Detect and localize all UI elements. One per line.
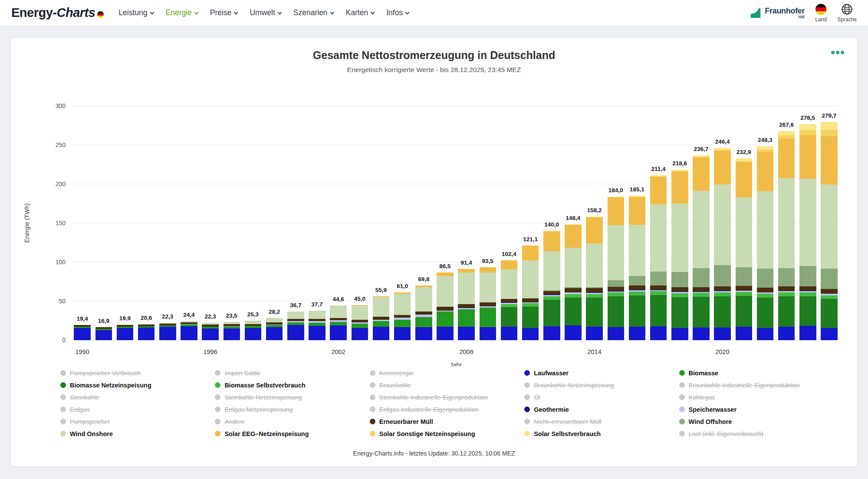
bar-segment[interactable] (736, 327, 752, 340)
bar-segment[interactable] (287, 322, 304, 325)
bar-segment[interactable] (736, 197, 752, 267)
bar-segment[interactable] (266, 325, 283, 325)
bar-segment[interactable] (778, 268, 795, 286)
bar-segment[interactable] (671, 170, 688, 171)
bar-segment[interactable] (501, 260, 517, 269)
energy-charts-logo[interactable]: Energy-Charts (11, 6, 104, 20)
bar-segment[interactable] (586, 298, 602, 327)
bar-segment[interactable] (394, 294, 411, 315)
bar-segment[interactable] (821, 299, 837, 328)
bar-segment[interactable] (608, 280, 624, 287)
bar-segment[interactable] (714, 184, 730, 265)
legend-item-erdgas-netzeinspeisung[interactable]: Erdgas Netzeinspeisung (215, 405, 359, 413)
bar-segment[interactable] (373, 321, 389, 327)
legend-item-steinkohle-netzeinspeisung[interactable]: Steinkohle Netzeinspeisung (215, 393, 359, 401)
bar-segment[interactable] (565, 292, 581, 294)
bar-segment[interactable] (629, 225, 645, 276)
bar-segment[interactable] (714, 148, 730, 150)
bar-segment[interactable] (778, 291, 795, 292)
bar-segment[interactable] (608, 292, 624, 293)
chart-options-menu[interactable] (831, 51, 844, 54)
legend-item-erdgas-industrielle-eigenproduktion[interactable]: Erdgas Industrielle Eigenproduktion (370, 405, 514, 413)
legend-item-braunkohle[interactable]: Braunkohle (370, 381, 514, 389)
bar-segment[interactable] (671, 328, 688, 340)
bar-segment[interactable] (373, 296, 389, 297)
legend-item-solar-selbstverbrauch[interactable]: Solar Selbstverbrauch (524, 430, 668, 438)
bar-segment[interactable] (95, 330, 112, 340)
bar-segment[interactable] (458, 327, 474, 341)
legend-item-pumpspeicher-verbrauch[interactable]: Pumpspeicher Verbrauch (60, 369, 204, 377)
bar-segment[interactable] (693, 292, 709, 293)
bar-segment[interactable] (650, 285, 667, 290)
bar-segment[interactable] (245, 321, 261, 324)
bar-segment[interactable] (714, 292, 730, 296)
bar-segment[interactable] (352, 322, 368, 324)
bar-segment[interactable] (608, 296, 624, 327)
legend-item-öl[interactable]: Öl (524, 393, 668, 401)
bar-segment[interactable] (74, 327, 90, 328)
bar-segment[interactable] (693, 157, 709, 157)
bar-segment[interactable] (480, 306, 496, 308)
bar-segment[interactable] (629, 295, 645, 327)
bar-segment[interactable] (757, 150, 773, 152)
bar-segment[interactable] (821, 295, 837, 299)
bar-segment[interactable] (629, 327, 645, 341)
bar-segment[interactable] (650, 175, 667, 177)
bar-segment[interactable] (821, 184, 837, 269)
bar-segment[interactable] (352, 305, 368, 305)
bar-segment[interactable] (543, 290, 560, 291)
bar-segment[interactable] (522, 260, 539, 298)
bar-segment[interactable] (799, 266, 816, 286)
bar-segment[interactable] (736, 292, 752, 296)
bar-segment[interactable] (224, 327, 240, 329)
bar-segment[interactable] (714, 265, 730, 286)
bar-segment[interactable] (501, 303, 517, 305)
nav-umwelt[interactable]: Umwelt (250, 8, 281, 17)
legend-item-steinkohle-industrielle-eigenproduktion[interactable]: Steinkohle Industrielle Eigenproduktion (370, 393, 514, 401)
bar-segment[interactable] (586, 288, 602, 292)
bar-segment[interactable] (309, 326, 325, 340)
bar-segment[interactable] (714, 296, 730, 328)
bar-segment[interactable] (799, 124, 816, 130)
bar-segment[interactable] (224, 322, 240, 324)
bar-segment[interactable] (693, 157, 709, 191)
nav-leistung[interactable]: Leistung (118, 8, 153, 17)
bar-segment[interactable] (778, 131, 795, 135)
bar-segment[interactable] (693, 191, 709, 268)
bar-segment[interactable] (501, 304, 517, 307)
bar-segment[interactable] (437, 327, 453, 340)
bar-segment[interactable] (736, 291, 752, 292)
bar-segment[interactable] (522, 328, 539, 340)
bar-segment[interactable] (629, 285, 645, 290)
bar-segment[interactable] (458, 308, 474, 309)
bar-segment[interactable] (799, 291, 816, 292)
bar-segment[interactable] (693, 328, 709, 340)
legend-item-kernenergie[interactable]: Kernenergie (370, 369, 514, 377)
bar-segment[interactable] (799, 179, 816, 266)
bar-segment[interactable] (309, 319, 325, 321)
bar-segment[interactable] (608, 292, 624, 296)
bar-segment[interactable] (415, 327, 432, 340)
bar-segment[interactable] (309, 323, 325, 326)
bar-segment[interactable] (138, 326, 155, 328)
bar-segment[interactable] (415, 285, 432, 287)
bar-segment[interactable] (373, 320, 389, 321)
legend-item-andere[interactable]: Andere (215, 417, 359, 426)
bar-segment[interactable] (266, 322, 283, 325)
bar-segment[interactable] (522, 307, 539, 328)
country-selector[interactable]: Land (815, 3, 827, 23)
bar-segment[interactable] (74, 328, 90, 340)
bar-segment[interactable] (736, 158, 752, 161)
chart-canvas[interactable]: 05010015020025030019,4199016,919,920,622… (19, 80, 849, 366)
bar-segment[interactable] (287, 325, 304, 340)
bar-segment[interactable] (650, 204, 667, 271)
bar-segment[interactable] (480, 267, 496, 272)
bar-segment[interactable] (352, 305, 368, 320)
bar-segment[interactable] (778, 138, 795, 178)
legend-item-erdgas[interactable]: Erdgas (60, 405, 204, 413)
bar-segment[interactable] (287, 319, 304, 321)
bar-segment[interactable] (415, 317, 432, 327)
bar-segment[interactable] (586, 217, 602, 217)
bar-segment[interactable] (650, 291, 667, 295)
bar-segment[interactable] (543, 295, 560, 297)
